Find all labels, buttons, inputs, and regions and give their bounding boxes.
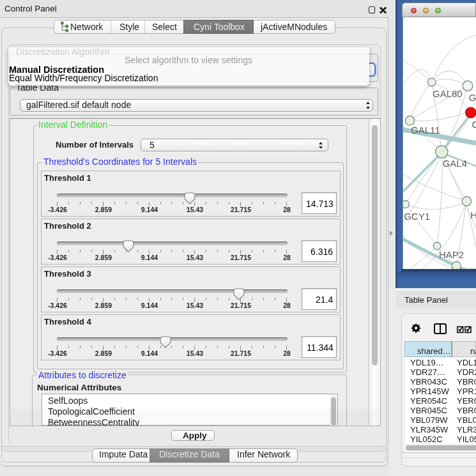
svg-text:GCY1: GCY1 bbox=[404, 211, 430, 222]
svg-text:H: H bbox=[470, 210, 476, 220]
svg-text:HAP2: HAP2 bbox=[439, 249, 464, 260]
svg-text:GAL11: GAL11 bbox=[411, 125, 440, 135]
svg-text:GAL4: GAL4 bbox=[443, 158, 467, 169]
svg-text:GAL80: GAL80 bbox=[433, 88, 463, 99]
svg-text:G.: G. bbox=[469, 92, 476, 103]
svg-text:C: C bbox=[472, 119, 476, 130]
